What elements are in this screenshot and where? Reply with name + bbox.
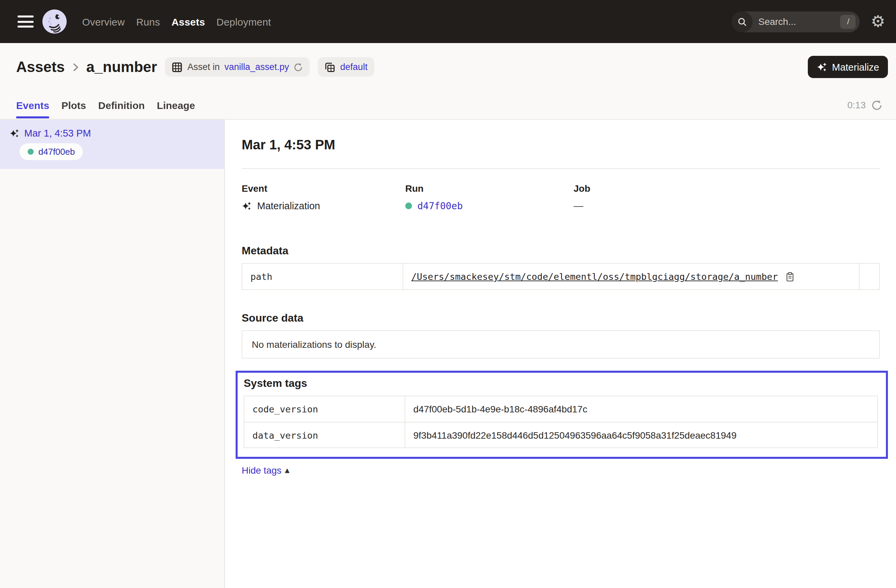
table-row: code_version d47f00eb-5d1b-4e9e-b18c-489…	[244, 396, 877, 422]
hamburger-menu-icon[interactable]	[17, 15, 34, 27]
search-input[interactable]: Search... /	[732, 11, 860, 32]
refresh-icon[interactable]	[871, 99, 882, 111]
system-tags-section: System tags code_version d47f00eb-5d1b-4…	[242, 371, 880, 476]
gear-icon[interactable]: ⚙	[871, 14, 885, 30]
materialization-sparkle-icon	[9, 128, 20, 138]
asset-location-badge: Asset in vanilla_asset.py	[165, 57, 310, 77]
path-value-link[interactable]: /Users/smackesey/stm/code/elementl/oss/t…	[411, 271, 778, 282]
asset-group-link[interactable]: default	[340, 62, 367, 72]
caret-up-icon: ▲	[285, 467, 290, 474]
job-column: Job —	[573, 183, 880, 211]
nav-item-runs[interactable]: Runs	[136, 16, 160, 27]
hide-tags-link[interactable]: Hide tags ▲	[242, 465, 290, 476]
primary-nav: Overview Runs Assets Deployment	[82, 16, 271, 27]
run-column-label: Run	[405, 183, 573, 194]
top-navigation-bar: Overview Runs Assets Deployment Search..…	[0, 0, 896, 43]
event-timestamp: Mar 1, 4:53 PM	[24, 128, 91, 138]
tab-definition[interactable]: Definition	[98, 91, 145, 119]
tab-events[interactable]: Events	[16, 91, 49, 119]
run-id-text: d47f00eb	[38, 147, 75, 157]
event-detail-panel: Mar 1, 4:53 PM Event Materialization Run	[225, 120, 896, 588]
metadata-actions-cell	[859, 264, 879, 289]
nav-item-overview[interactable]: Overview	[82, 16, 125, 27]
tab-lineage[interactable]: Lineage	[157, 91, 195, 119]
search-placeholder: Search...	[758, 16, 840, 27]
refresh-status: 0:13	[847, 99, 883, 111]
tag-key-cell: code_version	[244, 396, 405, 422]
asset-group-icon	[325, 62, 335, 72]
run-id-pill: d47f00eb	[20, 143, 83, 160]
event-summary-columns: Event Materialization Run d47f00eb	[242, 183, 880, 211]
tag-value-cell: 9f3b411a390fd22e158d446d5d12504963596aa6…	[405, 422, 877, 447]
system-tags-highlight-box: System tags code_version d47f00eb-5d1b-4…	[236, 371, 888, 459]
dagster-logo-icon[interactable]	[42, 9, 67, 34]
metadata-heading: Metadata	[242, 245, 880, 257]
materialization-sparkle-icon	[242, 201, 252, 211]
event-detail-title: Mar 1, 4:53 PM	[242, 137, 880, 153]
nav-item-deployment[interactable]: Deployment	[216, 16, 271, 27]
metadata-section: Metadata path /Users/smackesey/stm/code/…	[242, 245, 880, 290]
event-list-item-selected[interactable]: Mar 1, 4:53 PM d47f00eb	[0, 120, 224, 169]
chevron-right-icon	[70, 62, 81, 72]
tag-key-cell: data_version	[244, 422, 405, 447]
run-id-link[interactable]: d47f00eb	[418, 201, 463, 211]
refresh-countdown: 0:13	[847, 100, 866, 110]
source-data-section: Source data No materializations to displ…	[242, 312, 880, 359]
system-tags-table: code_version d47f00eb-5d1b-4e9e-b18c-489…	[244, 396, 878, 448]
asset-grid-icon	[172, 62, 183, 72]
source-data-heading: Source data	[242, 312, 880, 324]
breadcrumb: Assets a_number	[16, 58, 157, 76]
divider	[242, 168, 880, 169]
run-status-dot	[405, 202, 412, 209]
materialize-button[interactable]: Materialize	[808, 56, 888, 78]
system-tags-heading: System tags	[244, 377, 878, 389]
event-column: Event Materialization	[242, 183, 405, 211]
search-shortcut-key: /	[840, 14, 856, 29]
asset-group-badge: default	[318, 57, 374, 77]
tag-value-cell: d47f00eb-5d1b-4e9e-b18c-4896af4bd17c	[405, 396, 877, 422]
job-empty-value: —	[573, 201, 583, 211]
sparkle-icon	[817, 62, 827, 72]
asset-tabs-bar: Events Plots Definition Lineage 0:13	[0, 91, 896, 120]
topnav-right: Search... / ⚙	[732, 11, 885, 32]
search-icon	[732, 11, 753, 32]
materialize-button-label: Materialize	[832, 62, 879, 72]
copy-icon[interactable]	[785, 272, 795, 281]
breadcrumb-asset-name: a_number	[86, 58, 157, 76]
asset-page-header: Assets a_number Asset in vanilla_asset.p…	[0, 43, 896, 91]
breadcrumb-assets-link[interactable]: Assets	[16, 58, 65, 76]
metadata-value-cell: /Users/smackesey/stm/code/elementl/oss/t…	[403, 264, 859, 289]
asset-location-prefix: Asset in	[187, 62, 220, 72]
run-status-dot	[27, 149, 34, 155]
event-list-sidebar: Mar 1, 4:53 PM d47f00eb	[0, 120, 225, 588]
table-row: data_version 9f3b411a390fd22e158d446d5d1…	[244, 422, 877, 447]
app-root: Overview Runs Assets Deployment Search..…	[0, 0, 896, 588]
nav-item-assets[interactable]: Assets	[171, 16, 205, 27]
content-split: Mar 1, 4:53 PM d47f00eb Mar 1, 4:53 PM E…	[0, 120, 896, 588]
asset-tabs: Events Plots Definition Lineage	[16, 91, 195, 119]
event-type-value: Materialization	[257, 201, 320, 211]
run-column: Run d47f00eb	[405, 183, 573, 211]
hide-tags-label: Hide tags	[242, 465, 281, 476]
asset-file-link[interactable]: vanilla_asset.py	[224, 62, 289, 72]
event-column-label: Event	[242, 183, 405, 194]
job-column-label: Job	[573, 183, 880, 194]
metadata-table: path /Users/smackesey/stm/code/elementl/…	[242, 263, 880, 290]
metadata-key-cell: path	[242, 264, 403, 289]
reload-location-icon[interactable]	[294, 62, 303, 71]
source-data-empty-state: No materializations to display.	[242, 330, 880, 359]
table-row: path /Users/smackesey/stm/code/elementl/…	[242, 264, 879, 289]
tab-plots[interactable]: Plots	[61, 91, 86, 119]
